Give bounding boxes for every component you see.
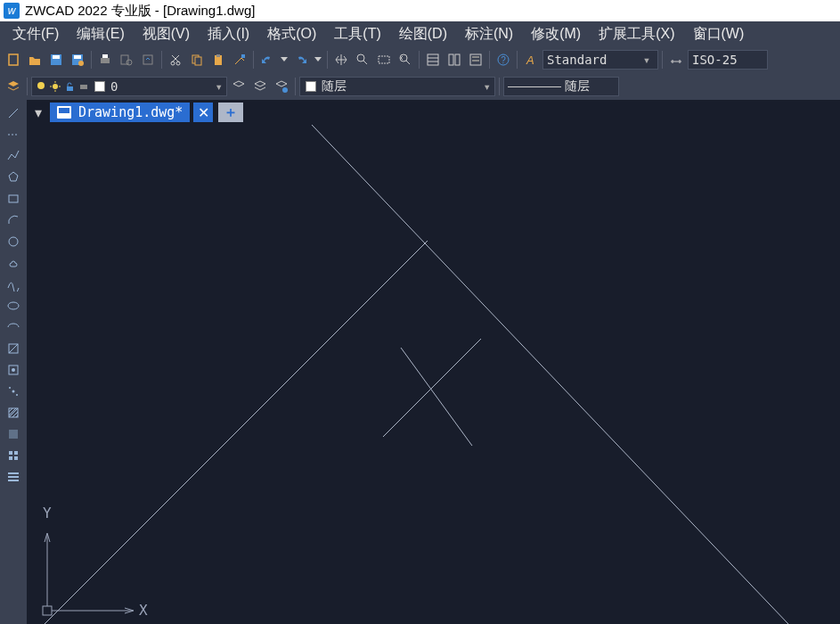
zoom-previous-button[interactable]	[396, 50, 415, 70]
layer-selector[interactable]: 0 ▾	[31, 77, 227, 96]
insert-block-tool[interactable]	[4, 339, 23, 358]
menu-edit[interactable]: 编辑(E)	[68, 22, 133, 46]
print-preview-button[interactable]	[117, 50, 136, 70]
main-toolbar: ? A Standard ▾ ISO-25	[0, 46, 840, 73]
text-style-icon[interactable]: A	[521, 50, 541, 70]
gradient-tool[interactable]	[4, 424, 23, 444]
polyline-tool[interactable]	[4, 146, 23, 166]
line-tool[interactable]	[4, 103, 23, 123]
design-center-button[interactable]	[444, 50, 464, 70]
pan-button[interactable]	[331, 50, 351, 70]
revision-cloud-tool[interactable]	[4, 253, 23, 273]
menu-file[interactable]: 文件(F)	[4, 22, 68, 46]
zoom-realtime-button[interactable]	[353, 50, 372, 70]
lineweight-bylayer-label: 随层	[565, 78, 590, 94]
paste-button[interactable]	[208, 50, 228, 70]
drawing-canvas[interactable]: Y X	[27, 125, 840, 624]
color-swatch	[306, 81, 316, 92]
layer-states-button[interactable]	[272, 77, 291, 96]
svg-rect-10	[143, 55, 152, 64]
tab-list-dropdown[interactable]: ▾	[30, 103, 46, 122]
layer-previous-button[interactable]	[229, 77, 249, 96]
menu-modify[interactable]: 修改(M)	[522, 22, 590, 46]
make-block-tool[interactable]	[4, 360, 23, 380]
menu-view[interactable]: 视图(V)	[134, 22, 199, 46]
dim-style-icon[interactable]	[666, 50, 686, 70]
ellipse-arc-tool[interactable]	[4, 317, 23, 337]
svg-rect-4	[74, 55, 81, 59]
circle-tool[interactable]	[4, 232, 23, 251]
svg-rect-59	[8, 476, 19, 478]
svg-point-50	[9, 387, 11, 389]
separator	[419, 51, 420, 69]
polygon-tool[interactable]	[4, 168, 23, 187]
spline-tool[interactable]	[4, 275, 23, 294]
separator	[662, 51, 663, 69]
arc-tool[interactable]	[4, 210, 23, 230]
menu-extensions[interactable]: 扩展工具(X)	[590, 22, 683, 46]
menu-window[interactable]: 窗口(W)	[684, 22, 754, 46]
copy-button[interactable]	[187, 50, 207, 70]
menu-insert[interactable]: 插入(I)	[199, 22, 258, 46]
titlebar: w ZWCAD 2022 专业版 - [Drawing1.dwg]	[0, 0, 840, 21]
svg-line-61	[45, 241, 428, 624]
lock-open-icon	[64, 81, 75, 92]
layer-toolbar: 0 ▾ 随层 ▾ 随层	[0, 73, 840, 100]
cut-button[interactable]	[166, 50, 185, 70]
undo-dropdown[interactable]	[279, 50, 290, 70]
svg-line-63	[383, 339, 481, 437]
region-tool[interactable]	[4, 446, 23, 465]
tool-palettes-button[interactable]	[466, 50, 485, 70]
color-selector[interactable]: 随层 ▾	[299, 77, 495, 96]
svg-line-64	[401, 348, 472, 446]
svg-rect-24	[449, 54, 453, 65]
caret-down-icon: ▾	[640, 53, 654, 67]
print-button[interactable]	[95, 50, 115, 70]
help-button[interactable]: ?	[493, 50, 513, 70]
hatch-tool[interactable]	[4, 403, 23, 423]
dim-style-dropdown[interactable]: ISO-25	[688, 50, 768, 70]
ellipse-tool[interactable]	[4, 296, 23, 316]
new-button[interactable]	[4, 50, 23, 70]
match-properties-button[interactable]	[230, 50, 249, 70]
menu-tools[interactable]: 工具(T)	[325, 22, 389, 46]
table-tool[interactable]	[4, 467, 23, 487]
svg-rect-19	[379, 56, 389, 63]
rectangle-tool[interactable]	[4, 189, 23, 209]
tab-close-button[interactable]: ✕	[193, 103, 213, 122]
menu-draw[interactable]: 绘图(D)	[390, 22, 456, 46]
lineweight-selector[interactable]: 随层	[503, 77, 619, 96]
svg-rect-60	[8, 480, 19, 481]
separator	[253, 51, 254, 69]
document-tab-active[interactable]: Drawing1.dwg*	[50, 103, 190, 122]
layer-name: 0	[110, 79, 118, 94]
saveas-button[interactable]	[68, 50, 87, 70]
construction-line-tool[interactable]	[4, 125, 23, 144]
open-button[interactable]	[25, 50, 45, 70]
redo-button[interactable]	[291, 50, 311, 70]
menu-dimension[interactable]: 标注(N)	[456, 22, 522, 46]
separator	[161, 51, 162, 69]
publish-button[interactable]	[138, 50, 158, 70]
svg-point-51	[16, 394, 18, 396]
separator	[91, 51, 92, 69]
redo-dropdown[interactable]	[313, 50, 323, 70]
app-logo-icon: w	[4, 3, 20, 19]
menu-format[interactable]: 格式(O)	[258, 22, 325, 46]
svg-rect-21	[428, 54, 438, 65]
layer-isolate-button[interactable]	[250, 77, 270, 96]
properties-button[interactable]	[423, 50, 443, 70]
undo-button[interactable]	[257, 50, 277, 70]
sun-icon	[50, 81, 61, 92]
text-style-dropdown[interactable]: Standard ▾	[542, 50, 658, 70]
zoom-window-button[interactable]	[374, 50, 394, 70]
svg-point-48	[12, 368, 15, 372]
workspace: ▾ Drawing1.dwg* ✕ ＋	[0, 100, 840, 624]
separator	[499, 78, 500, 95]
save-button[interactable]	[46, 50, 66, 70]
caret-down-icon: ▾	[484, 79, 491, 94]
point-tool[interactable]	[4, 382, 23, 401]
separator	[517, 51, 518, 69]
layer-manager-button[interactable]	[4, 77, 23, 96]
tab-new-button[interactable]: ＋	[218, 103, 243, 122]
